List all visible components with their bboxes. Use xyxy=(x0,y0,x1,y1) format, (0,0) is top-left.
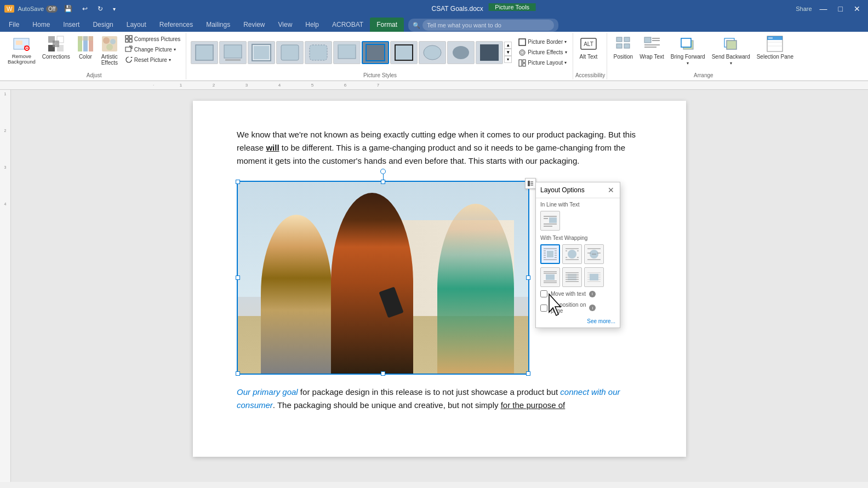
layout-option-infront[interactable] xyxy=(584,267,604,287)
layout-option-square[interactable] xyxy=(540,244,560,264)
handle-bottom-left[interactable] xyxy=(236,371,240,376)
fix-position-info[interactable]: i xyxy=(589,305,596,311)
fix-position-checkbox[interactable] xyxy=(540,305,547,312)
handle-mid-left[interactable] xyxy=(236,275,240,280)
picture-style-8[interactable] xyxy=(390,41,418,64)
woman3-figure xyxy=(437,204,514,374)
handle-rotate[interactable] xyxy=(380,169,386,174)
autosave-toggle[interactable]: Off xyxy=(46,5,58,13)
reset-picture-button[interactable]: Reset Picture ▾ xyxy=(123,55,182,65)
layout-options-trigger[interactable] xyxy=(525,178,536,189)
picture-border-button[interactable]: Picture Border ▾ xyxy=(516,37,569,47)
search-input[interactable] xyxy=(422,20,554,31)
picture-style-2[interactable] xyxy=(219,41,247,64)
compress-pictures-label: Compress Pictures xyxy=(134,36,180,42)
ribbon-tabs: File Home Insert Design Layout Reference… xyxy=(0,18,868,32)
handle-top-center[interactable] xyxy=(381,180,385,184)
send-backward-dropdown[interactable]: ▾ xyxy=(730,61,732,66)
selection-pane-icon xyxy=(766,35,784,53)
tab-view[interactable]: View xyxy=(272,18,299,32)
handle-bottom-right[interactable] xyxy=(526,371,530,376)
handle-bottom-center[interactable] xyxy=(381,371,385,376)
tab-insert[interactable]: Insert xyxy=(56,18,86,32)
style-scroll-up[interactable]: ▲ xyxy=(504,42,512,49)
close-button[interactable]: ✕ xyxy=(850,3,864,14)
picture-style-11[interactable] xyxy=(476,41,503,64)
bring-forward-label: Bring Forward xyxy=(671,54,705,60)
svg-rect-20 xyxy=(125,39,128,42)
tab-acrobat[interactable]: ACROBAT xyxy=(326,18,370,32)
tab-layout[interactable]: Layout xyxy=(120,18,153,32)
picture-style-3[interactable] xyxy=(248,41,275,64)
tab-mailings[interactable]: Mailings xyxy=(199,18,237,32)
image-container[interactable] xyxy=(237,181,529,375)
remove-background-button[interactable]: RemoveBackground xyxy=(5,34,38,66)
tab-home[interactable]: Home xyxy=(26,18,56,32)
layout-option-tight[interactable] xyxy=(562,244,582,264)
autosave-area: AutoSave Off xyxy=(18,5,58,13)
move-with-text-info[interactable]: i xyxy=(589,291,596,297)
svg-rect-73 xyxy=(547,251,553,257)
word-logo[interactable]: W xyxy=(4,5,14,13)
bring-forward-icon xyxy=(679,35,696,53)
handle-top-left[interactable] xyxy=(236,180,240,184)
picture-effects-dropdown[interactable]: ▾ xyxy=(565,50,567,55)
picture-style-7[interactable] xyxy=(362,41,389,64)
tab-design[interactable]: Design xyxy=(86,18,119,32)
handle-mid-right[interactable] xyxy=(526,275,530,280)
svg-rect-1 xyxy=(16,41,22,45)
compress-pictures-button[interactable]: Compress Pictures xyxy=(123,34,182,44)
minimize-button[interactable]: — xyxy=(816,3,831,14)
picture-layout-dropdown[interactable]: ▾ xyxy=(564,60,567,65)
wrap-text-button[interactable]: Wrap Text xyxy=(637,34,666,61)
color-button[interactable]: Color xyxy=(75,34,96,61)
picture-style-5[interactable] xyxy=(305,41,332,64)
selection-pane-button[interactable]: Selection Pane xyxy=(755,34,796,61)
see-more-link[interactable]: See more... xyxy=(536,316,620,328)
tab-references[interactable]: References xyxy=(153,18,199,32)
redo-button[interactable]: ↻ xyxy=(94,4,106,14)
bring-forward-button[interactable]: Bring Forward ▾ xyxy=(669,34,707,67)
undo-button[interactable]: ↩ xyxy=(79,4,91,14)
picture-layout-button[interactable]: Picture Layout ▾ xyxy=(516,58,569,68)
picture-style-4[interactable] xyxy=(276,41,304,64)
layout-option-inline[interactable] xyxy=(540,211,560,231)
remove-background-icon xyxy=(13,35,30,53)
tab-review[interactable]: Review xyxy=(237,18,271,32)
layout-option-behind[interactable] xyxy=(562,267,582,287)
wrapping-options-row1 xyxy=(536,243,620,265)
picture-style-6[interactable] xyxy=(333,41,361,64)
picture-effects-button[interactable]: Picture Effects ▾ xyxy=(516,48,569,58)
artistic-effects-button[interactable]: ArtisticEffects xyxy=(99,34,121,67)
picture-border-dropdown[interactable]: ▾ xyxy=(564,39,567,44)
customize-qat-button[interactable]: ▾ xyxy=(110,5,119,13)
picture-style-1[interactable] xyxy=(191,41,218,64)
corrections-button[interactable]: Corrections xyxy=(40,34,72,61)
change-picture-button[interactable]: Change Picture ▾ xyxy=(123,44,182,54)
change-picture-dropdown[interactable]: ▾ xyxy=(174,47,176,52)
layout-option-topbottom[interactable] xyxy=(540,267,560,287)
picture-style-9[interactable] xyxy=(419,41,446,64)
layout-close-button[interactable]: ✕ xyxy=(607,186,615,194)
picture-style-10[interactable] xyxy=(447,41,475,64)
restore-button[interactable]: □ xyxy=(835,3,846,14)
layout-option-through[interactable] xyxy=(584,244,604,264)
tab-file[interactable]: File xyxy=(2,18,26,32)
svg-point-16 xyxy=(110,39,116,44)
picture-styles-group-label: Picture Styles xyxy=(187,72,572,78)
move-with-text-checkbox[interactable] xyxy=(540,290,547,297)
position-label: Position xyxy=(614,54,633,60)
tab-format[interactable]: Format xyxy=(370,18,404,32)
svg-rect-9 xyxy=(53,41,59,47)
bring-forward-dropdown[interactable]: ▾ xyxy=(687,61,689,66)
alt-text-button[interactable]: ALT Alt Text xyxy=(578,34,600,61)
style-scroll-more[interactable]: ▾ xyxy=(504,56,512,63)
reset-icon xyxy=(125,56,133,64)
small-buttons-col: Compress Pictures Change Picture ▾ xyxy=(123,34,182,65)
style-scroll-down[interactable]: ▼ xyxy=(504,49,512,56)
tab-help[interactable]: Help xyxy=(299,18,326,32)
position-button[interactable]: Position xyxy=(612,34,636,61)
send-backward-button[interactable]: Send Backward ▾ xyxy=(710,34,752,67)
save-button[interactable]: 💾 xyxy=(61,4,76,14)
reset-picture-dropdown[interactable]: ▾ xyxy=(169,58,171,62)
